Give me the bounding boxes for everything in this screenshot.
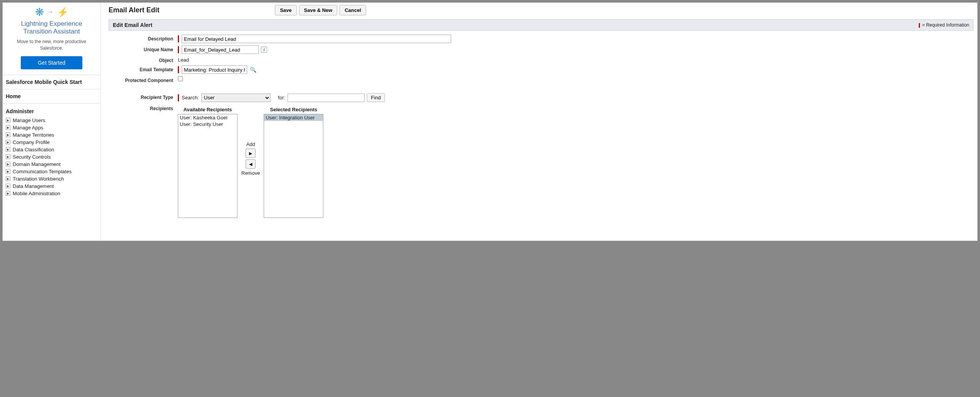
sidebar-item-mobile-administration[interactable]: ▶Mobile Administration bbox=[5, 190, 100, 197]
tree-label: Manage Apps bbox=[13, 125, 43, 131]
expand-icon[interactable]: ▶ bbox=[6, 176, 10, 181]
expand-icon[interactable]: ▶ bbox=[6, 132, 10, 137]
required-marker-icon bbox=[178, 35, 179, 42]
sidebar-item-data-management[interactable]: ▶Data Management bbox=[5, 183, 100, 190]
arrow-left-icon: ◀ bbox=[249, 162, 252, 167]
label-unique-name: Unique Name bbox=[109, 45, 178, 52]
label-object: Object bbox=[109, 56, 178, 63]
admin-tree: ▶Manage Users ▶Manage Apps ▶Manage Terri… bbox=[3, 117, 100, 199]
email-template-input[interactable] bbox=[182, 65, 247, 74]
lightning-bolt-icon: ⚡ bbox=[57, 7, 69, 18]
label-recipients: Recipients bbox=[109, 104, 178, 111]
sidebar-item-manage-users[interactable]: ▶Manage Users bbox=[5, 117, 100, 124]
tree-label: Communication Templates bbox=[13, 169, 72, 174]
tree-label: Data Management bbox=[13, 183, 54, 189]
required-info-legend: = Required Information bbox=[919, 22, 969, 28]
label-protected-component: Protected Component bbox=[109, 76, 178, 83]
available-recipients-title: Available Recipients bbox=[184, 107, 232, 112]
arrow-right-icon: ▶ bbox=[249, 151, 252, 156]
expand-icon[interactable]: ▶ bbox=[6, 169, 10, 174]
tree-label: Manage Users bbox=[13, 117, 45, 123]
sidebar-item-home[interactable]: Home bbox=[3, 89, 100, 104]
tree-label: Mobile Administration bbox=[13, 191, 60, 196]
protected-component-checkbox[interactable] bbox=[178, 76, 183, 81]
sidebar-item-manage-territories[interactable]: ▶Manage Territories bbox=[5, 131, 100, 139]
expand-icon[interactable]: ▶ bbox=[6, 140, 10, 144]
selected-recipients-list[interactable]: User: Integration User bbox=[264, 114, 323, 218]
sidebar-item-manage-apps[interactable]: ▶Manage Apps bbox=[5, 124, 100, 131]
sidebar-item-translation-workbench[interactable]: ▶Translation Workbench bbox=[5, 175, 100, 183]
sidebar: ❋ → ⚡ Lightning Experience Transition As… bbox=[3, 3, 101, 241]
list-item[interactable]: User: Kasheeka Goel bbox=[178, 114, 237, 121]
expand-icon[interactable]: ▶ bbox=[6, 125, 10, 130]
expand-icon[interactable]: ▶ bbox=[6, 118, 10, 122]
page-title: Email Alert Edit bbox=[109, 6, 159, 14]
sidebar-item-security-controls[interactable]: ▶Security Controls bbox=[5, 153, 100, 161]
tree-label: Data Classification bbox=[13, 147, 54, 152]
list-item[interactable]: User: Integration User bbox=[264, 114, 323, 121]
unique-name-input[interactable] bbox=[182, 45, 259, 54]
tree-label: Domain Management bbox=[13, 161, 60, 167]
sidebar-item-communication-templates[interactable]: ▶Communication Templates bbox=[5, 168, 100, 175]
required-marker-icon bbox=[178, 66, 179, 73]
tree-label: Manage Territories bbox=[13, 132, 54, 138]
label-description: Description bbox=[109, 35, 178, 42]
recipients-dual-list: Available Recipients User: Kasheeka Goel… bbox=[178, 107, 323, 218]
promo-icons: ❋ → ⚡ bbox=[7, 6, 96, 18]
expand-icon[interactable]: ▶ bbox=[6, 154, 10, 159]
remove-label: Remove bbox=[241, 170, 260, 176]
sidebar-item-domain-management[interactable]: ▶Domain Management bbox=[5, 161, 100, 168]
remove-button[interactable]: ◀ bbox=[246, 159, 256, 169]
promo-title: Lightning Experience Transition Assistan… bbox=[7, 20, 96, 35]
add-label: Add bbox=[246, 141, 255, 147]
label-recipient-type: Recipient Type bbox=[109, 93, 178, 100]
search-label: Search: bbox=[182, 95, 199, 101]
save-button[interactable]: Save bbox=[275, 5, 296, 15]
label-email-template: Email Template bbox=[109, 65, 178, 72]
save-and-new-button[interactable]: Save & New bbox=[299, 5, 338, 15]
for-label: for: bbox=[278, 95, 285, 101]
info-icon[interactable]: i bbox=[261, 47, 267, 53]
section-header: Edit Email Alert = Required Information bbox=[109, 19, 973, 31]
search-for-input[interactable] bbox=[288, 94, 365, 102]
required-marker-icon bbox=[178, 94, 179, 101]
form: Description Unique Name i Object Lead bbox=[109, 35, 973, 218]
tree-label: Translation Workbench bbox=[13, 176, 64, 182]
get-started-button[interactable]: Get Started bbox=[21, 56, 82, 69]
main-content: Email Alert Edit Save Save & New Cancel … bbox=[101, 3, 977, 241]
object-value: Lead bbox=[178, 56, 189, 63]
lightning-promo: ❋ → ⚡ Lightning Experience Transition As… bbox=[3, 3, 100, 75]
required-marker-icon bbox=[919, 23, 920, 28]
required-marker-icon bbox=[178, 46, 179, 53]
section-title: Edit Email Alert bbox=[113, 22, 152, 28]
find-button[interactable]: Find bbox=[367, 93, 385, 102]
cancel-button[interactable]: Cancel bbox=[339, 5, 366, 15]
expand-icon[interactable]: ▶ bbox=[6, 191, 10, 196]
list-item[interactable]: User: Security User bbox=[178, 121, 237, 127]
expand-icon[interactable]: ▶ bbox=[6, 184, 10, 188]
sidebar-item-company-profile[interactable]: ▶Company Profile bbox=[5, 139, 100, 146]
expand-icon[interactable]: ▶ bbox=[6, 147, 10, 152]
lookup-icon[interactable]: 🔍 bbox=[249, 66, 256, 73]
tree-label: Security Controls bbox=[13, 154, 51, 160]
action-buttons: Save Save & New Cancel bbox=[275, 5, 366, 15]
search-type-select[interactable]: User bbox=[201, 94, 271, 102]
flower-icon: ❋ bbox=[35, 6, 44, 18]
selected-recipients-title: Selected Recipients bbox=[270, 107, 318, 112]
page-header: Email Alert Edit Save Save & New Cancel bbox=[109, 5, 973, 15]
expand-icon[interactable]: ▶ bbox=[6, 162, 10, 166]
tree-label: Company Profile bbox=[13, 139, 50, 145]
sidebar-header-administer: Administer bbox=[3, 104, 100, 117]
sidebar-item-mobile-quickstart[interactable]: Salesforce Mobile Quick Start bbox=[3, 75, 100, 89]
description-input[interactable] bbox=[182, 35, 451, 43]
add-button[interactable]: ▶ bbox=[246, 149, 256, 158]
available-recipients-list[interactable]: User: Kasheeka Goel User: Security User bbox=[178, 114, 237, 218]
required-info-text: = Required Information bbox=[922, 22, 969, 28]
arrow-right-icon: → bbox=[47, 8, 54, 16]
sidebar-item-data-classification[interactable]: ▶Data Classification bbox=[5, 146, 100, 153]
promo-subtitle: Move to the new, more productive Salesfo… bbox=[7, 39, 96, 52]
